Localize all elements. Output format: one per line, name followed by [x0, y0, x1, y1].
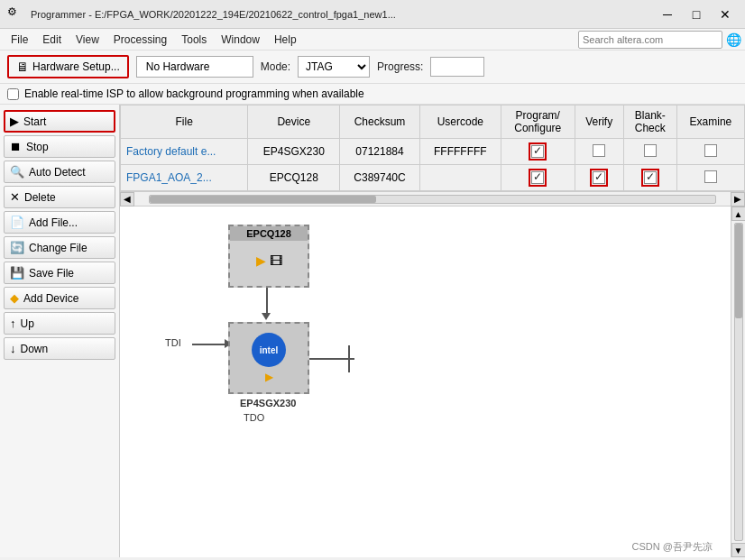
search-bar: 🌐	[578, 31, 741, 49]
row1-verify-cb[interactable]	[593, 144, 605, 157]
save-file-label: Save File	[29, 267, 74, 280]
diagram-area: EPCQ128 ▶ 🎞 TDI intel	[120, 207, 731, 557]
table-row: FPGA1_AOA_2... EPCQ128 C389740C	[121, 165, 745, 191]
epcq128-icons: ▶ 🎞	[230, 241, 308, 280]
row2-verify-cb[interactable]	[593, 171, 605, 184]
row1-examine[interactable]	[676, 139, 744, 165]
globe-icon: 🌐	[726, 32, 741, 47]
isp-checkbox[interactable]	[7, 88, 19, 100]
add-device-button[interactable]: ◆ Add Device	[4, 287, 115, 309]
col-file: File	[121, 106, 248, 139]
row2-blank-outline	[641, 169, 659, 187]
menu-window[interactable]: Window	[214, 32, 267, 48]
window-title: Programmer - E:/FPGA_WORK/20201222_194E/…	[31, 9, 655, 20]
start-icon: ▶	[10, 115, 19, 128]
row1-examine-cb[interactable]	[704, 144, 717, 157]
change-file-button[interactable]: 🔄 Change File	[4, 236, 115, 259]
scroll-down-arrow[interactable]: ▼	[731, 543, 746, 557]
stop-button[interactable]: ⏹ Stop	[4, 135, 115, 158]
panel-wrapper: EPCQ128 ▶ 🎞 TDI intel	[120, 207, 745, 557]
sidebar: ▶ Start ⏹ Stop 🔍 Auto Detect ✕ Delete 📄 …	[0, 105, 120, 557]
row1-blank[interactable]	[623, 139, 676, 165]
h-scroll-thumb	[150, 196, 376, 203]
scroll-right-arrow[interactable]: ▶	[731, 192, 745, 207]
row1-file[interactable]: Factory default e...	[121, 139, 248, 165]
intel-chip-inner: intel ▶	[230, 324, 308, 392]
row1-program-cb[interactable]	[531, 145, 544, 158]
arrow-down-line	[266, 288, 268, 315]
tdi-arrow-line	[192, 344, 228, 345]
row1-program[interactable]	[501, 139, 575, 165]
chip-play-icon: ▶	[265, 371, 273, 383]
save-file-button[interactable]: 💾 Save File	[4, 262, 115, 284]
row1-blank-cb[interactable]	[644, 144, 657, 157]
mode-select[interactable]: JTAG AS PS	[298, 56, 370, 78]
v-scroll-thumb	[735, 224, 742, 318]
ep4sgx230-chip: intel ▶	[228, 322, 309, 394]
stop-icon: ⏹	[10, 140, 22, 153]
scroll-up-arrow[interactable]: ▲	[731, 207, 746, 221]
row2-checksum: C389740C	[340, 165, 420, 191]
toolbar: 🖥 Hardware Setup... No Hardware Mode: JT…	[0, 50, 745, 84]
down-icon: ↓	[10, 342, 16, 355]
v-scrollbar[interactable]: ▲ ▼	[731, 207, 745, 557]
isp-label: Enable real-time ISP to allow background…	[24, 87, 364, 100]
down-button[interactable]: ↓ Down	[4, 337, 115, 360]
table-area: File Device Checksum Usercode Program/Co…	[120, 105, 745, 192]
search-input[interactable]	[578, 31, 722, 49]
menu-help[interactable]: Help	[267, 32, 304, 48]
row2-blank[interactable]	[623, 165, 676, 191]
menubar: File Edit View Processing Tools Window H…	[0, 29, 745, 50]
menu-processing[interactable]: Processing	[106, 32, 174, 48]
menu-file[interactable]: File	[4, 32, 35, 48]
menu-view[interactable]: View	[69, 32, 106, 48]
row2-examine[interactable]	[676, 165, 744, 191]
progress-box	[430, 57, 484, 77]
start-button[interactable]: ▶ Start	[4, 110, 115, 133]
scroll-left-arrow[interactable]: ◀	[120, 192, 134, 207]
auto-detect-label: Auto Detect	[29, 166, 86, 179]
col-checksum: Checksum	[340, 106, 420, 139]
minimize-button[interactable]: ─	[655, 5, 680, 24]
ep4sgx230-label: EP4SGX230	[240, 398, 296, 409]
add-file-button[interactable]: 📄 Add File...	[4, 211, 115, 234]
menu-edit[interactable]: Edit	[35, 32, 69, 48]
mode-label: Mode:	[261, 60, 290, 73]
row1-checksum: 07121884	[340, 139, 420, 165]
hardware-setup-button[interactable]: 🖥 Hardware Setup...	[7, 55, 129, 78]
table-row: Factory default e... EP4SGX230 07121884 …	[121, 139, 745, 165]
row1-verify[interactable]	[575, 139, 623, 165]
save-file-icon: 💾	[10, 266, 24, 280]
row2-usercode	[419, 165, 501, 191]
row2-verify-outline	[590, 169, 608, 187]
epcq128-chip: EPCQ128 ▶ 🎞	[228, 225, 309, 288]
add-file-icon: 📄	[10, 216, 24, 229]
auto-detect-button[interactable]: 🔍 Auto Detect	[4, 161, 115, 183]
h-scrollbar[interactable]: ◀ ▶	[120, 192, 745, 207]
row2-file[interactable]: FPGA1_AOA_2...	[121, 165, 248, 191]
row1-device: EP4SGX230	[248, 139, 340, 165]
col-verify: Verify	[575, 106, 623, 139]
add-device-icon: ◆	[10, 291, 19, 305]
up-button[interactable]: ↑ Up	[4, 312, 115, 335]
h-scroll-track[interactable]	[149, 195, 716, 204]
progress-label: Progress:	[377, 60, 423, 73]
maximize-button[interactable]: □	[684, 5, 709, 24]
row2-blank-cb[interactable]	[644, 171, 657, 184]
menu-tools[interactable]: Tools	[174, 32, 214, 48]
play-icon: ▶	[256, 253, 266, 268]
col-examine: Examine	[676, 106, 744, 139]
col-blank-check: Blank-Check	[623, 106, 676, 139]
row2-verify[interactable]	[575, 165, 623, 191]
titlebar: ⚙ Programmer - E:/FPGA_WORK/20201222_194…	[0, 0, 745, 29]
row2-program-outline	[529, 169, 547, 187]
row2-program-cb[interactable]	[531, 171, 544, 184]
delete-button[interactable]: ✕ Delete	[4, 186, 115, 208]
close-button[interactable]: ✕	[713, 5, 738, 24]
isp-row: Enable real-time ISP to allow background…	[0, 84, 745, 105]
change-file-label: Change File	[29, 242, 87, 254]
row2-examine-cb[interactable]	[704, 170, 717, 183]
row2-program[interactable]	[501, 165, 575, 191]
v-scroll-track[interactable]	[734, 223, 743, 541]
row1-usercode: FFFFFFFF	[419, 139, 501, 165]
